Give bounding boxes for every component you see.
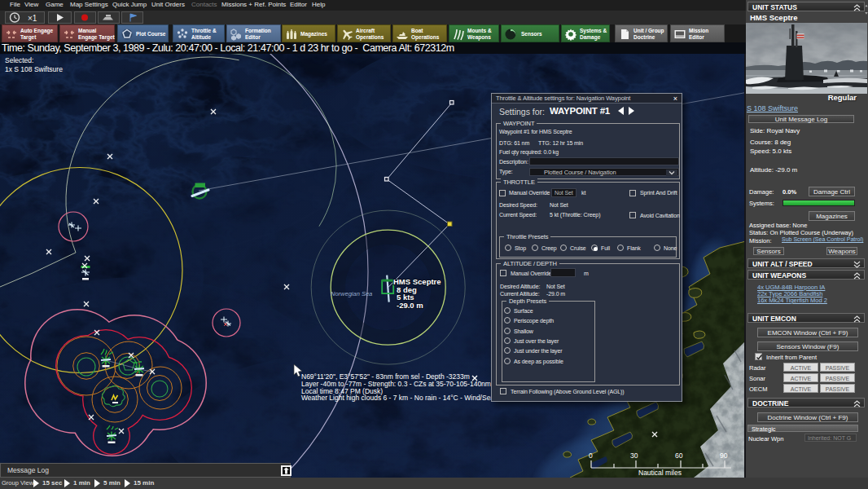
svg-text:Selected:: Selected:	[5, 56, 33, 64]
svg-text:-29.0 m: -29.0 m	[397, 301, 423, 310]
svg-text:Nautical miles: Nautical miles	[638, 469, 682, 477]
svg-text:×1: ×1	[28, 14, 37, 23]
svg-text:0: 0	[589, 452, 593, 460]
svg-text:30: 30	[630, 452, 638, 460]
svg-text:Norwegian Sea: Norwegian Sea	[331, 290, 372, 297]
svg-text:60: 60	[675, 452, 683, 460]
svg-text:Weather Light high clouds 6 -: Weather Light high clouds 6 - 7 km - No …	[301, 394, 500, 402]
svg-text:1x S 108 Swiftsure: 1x S 108 Swiftsure	[5, 65, 63, 73]
svg-text:90: 90	[720, 452, 728, 460]
